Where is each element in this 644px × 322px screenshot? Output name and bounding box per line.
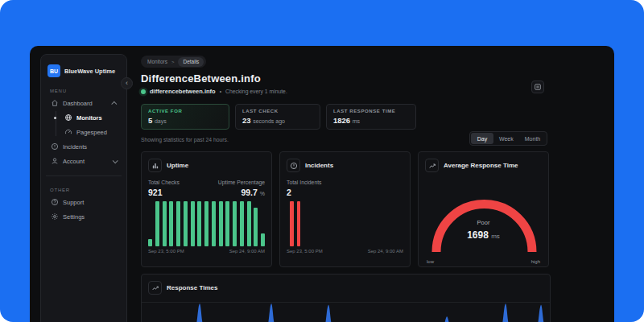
uptime-x-start: Sep 23, 5:00 PM: [148, 249, 184, 254]
chevron-down-icon: [113, 158, 118, 163]
monitor-status-row: differencebetween.info • Checking every …: [141, 88, 287, 95]
stat-cards-row: Uptime Total Checks 921 Uptime Percentag…: [141, 151, 549, 267]
sidebar-item-label: Incidents: [63, 143, 87, 151]
sidebar-item-support[interactable]: Support: [47, 196, 120, 208]
speedometer-icon: [64, 128, 72, 136]
response-times-card: Response Times: [141, 274, 551, 322]
sidebar-item-label: Dashboard: [63, 100, 93, 107]
response-times-title: Response Times: [167, 284, 217, 291]
breadcrumb[interactable]: Monitors > Details: [141, 56, 206, 68]
page-title: DifferenceBetween.info: [141, 72, 261, 85]
sidebar-item-incidents[interactable]: Incidents: [47, 140, 120, 153]
last-response-value: 1826: [333, 116, 350, 125]
globe-icon: [64, 114, 72, 122]
last-response-label: LAST RESPONSE TIME: [333, 109, 409, 114]
dashboard-subnav: Monitors Pagespeed: [55, 111, 120, 138]
brand: BU BlueWave Uptime: [47, 64, 120, 77]
brand-logo: BU: [47, 64, 60, 77]
chevron-up-icon: [111, 101, 117, 106]
uptime-card: Uptime Total Checks 921 Uptime Percentag…: [141, 151, 272, 267]
status-cards-row: ACTIVE FOR 5 days LAST CHECK 23 seconds …: [141, 104, 416, 130]
total-incidents-metric: Total Incidents 2: [287, 180, 321, 197]
gear-icon: [51, 213, 59, 221]
trend-up-icon: [425, 159, 439, 172]
uptime-x-end: Sep 24, 9:00 AM: [229, 249, 265, 254]
incidents-bar-chart: [287, 201, 403, 246]
incidents-x-end: Sep 24, 9:00 AM: [368, 249, 403, 254]
last-response-card: LAST RESPONSE TIME 1826 ms: [326, 104, 416, 130]
sidebar-item-label: Account: [63, 158, 85, 165]
app-window: BU BlueWave Uptime ‹ MENU Dashboard Moni…: [30, 46, 614, 322]
sidebar-item-label: Monitors: [76, 114, 102, 122]
range-toggle: Day Week Month: [469, 131, 547, 146]
gauge-max-label: high: [531, 259, 540, 264]
sidebar-item-pagespeed[interactable]: Pagespeed: [61, 126, 120, 138]
user-icon: [51, 157, 59, 165]
last-check-label: LAST CHECK: [242, 109, 313, 114]
uptime-card-title: Uptime: [167, 162, 188, 169]
configure-gear-icon: [534, 83, 542, 91]
monitor-url-link[interactable]: differencebetween.info: [150, 88, 216, 95]
sidebar-item-label: Pagespeed: [76, 129, 107, 136]
range-toggle-day[interactable]: Day: [471, 133, 493, 144]
incidents-card-title: Incidents: [305, 162, 333, 169]
configure-button[interactable]: [531, 80, 544, 93]
breadcrumb-separator: >: [171, 60, 175, 64]
status-dot: [141, 89, 146, 94]
help-circle-icon: [51, 198, 59, 206]
sidebar-item-dashboard[interactable]: Dashboard: [47, 97, 120, 109]
last-check-card: LAST CHECK 23 seconds ago: [235, 104, 320, 130]
status-bullet: •: [220, 89, 221, 94]
last-response-unit: ms: [353, 118, 360, 124]
sidebar-item-monitors[interactable]: Monitors: [61, 111, 120, 124]
line-chart-icon: [148, 281, 162, 295]
sidebar-item-settings[interactable]: Settings: [47, 210, 120, 223]
stats-note: Showing statistics for past 24 hours.: [141, 137, 229, 142]
breadcrumb-current[interactable]: Details: [178, 57, 204, 67]
bar-chart-icon: [148, 159, 162, 172]
last-check-unit: seconds ago: [253, 118, 285, 124]
checking-note: Checking every 1 minute.: [225, 89, 287, 94]
sidebar-item-account[interactable]: Account: [47, 155, 120, 167]
sidebar-item-label: Settings: [63, 213, 85, 221]
incidents-card: Incidents Total Incidents 2 Sep 23, 5:00…: [279, 151, 411, 267]
uptime-percentage-metric: Uptime Percentage 99.7 %: [218, 180, 265, 197]
sidebar-collapse-button[interactable]: ‹: [121, 77, 133, 89]
alert-circle-icon: [51, 142, 59, 151]
home-icon: [51, 99, 59, 107]
total-checks-metric: Total Checks 921: [148, 180, 180, 197]
sidebar-divider: [46, 175, 122, 176]
uptime-bar-chart: [148, 201, 265, 246]
gridline: [142, 302, 550, 303]
brand-name: BlueWave Uptime: [64, 68, 115, 75]
range-toggle-month[interactable]: Month: [519, 133, 546, 144]
range-toggle-week[interactable]: Week: [493, 133, 519, 144]
gauge-value: 1698: [467, 229, 489, 241]
menu-section-label: MENU: [50, 89, 120, 93]
avg-response-card-title: Average Response Time: [444, 162, 518, 169]
sidebar: BU BlueWave Uptime ‹ MENU Dashboard Moni…: [40, 54, 127, 322]
gauge-rating: Poor: [419, 219, 548, 226]
active-for-unit: days: [155, 118, 167, 124]
response-times-chart: [148, 300, 543, 322]
active-for-label: ACTIVE FOR: [148, 109, 222, 114]
avg-response-card: Average Response Time Poor 1698 ms low h…: [418, 151, 549, 267]
other-section-label: OTHER: [50, 188, 120, 192]
active-for-card: ACTIVE FOR 5 days: [141, 104, 229, 130]
gauge-min-label: low: [427, 259, 434, 264]
sidebar-item-label: Support: [63, 199, 84, 206]
incidents-x-start: Sep 23, 5:00 PM: [287, 249, 323, 254]
gauge-unit: ms: [491, 233, 500, 240]
breadcrumb-parent[interactable]: Monitors: [147, 59, 167, 64]
active-for-value: 5: [148, 116, 152, 125]
last-check-value: 23: [242, 116, 251, 125]
alert-circle-icon: [287, 159, 300, 172]
